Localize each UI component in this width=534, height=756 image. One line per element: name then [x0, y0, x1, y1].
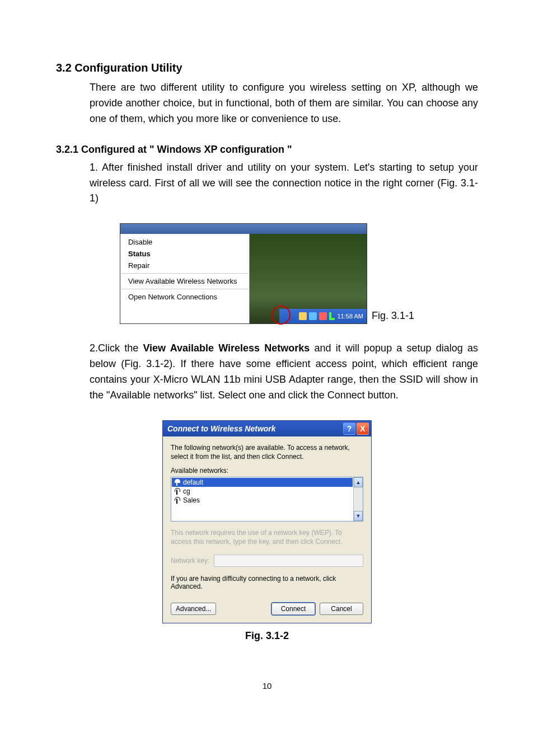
- scroll-up-icon[interactable]: ▲: [354, 477, 363, 487]
- p3-part-a: 2.Click the: [90, 342, 143, 354]
- network-item-cg[interactable]: cg: [172, 487, 353, 496]
- menu-item-view-networks[interactable]: View Available Wireless Networks: [120, 275, 249, 287]
- taskbar-tray: 11:58 AM: [279, 309, 367, 323]
- listbox-inner: default cg Sales: [171, 477, 353, 521]
- desktop-wallpaper: 11:58 AM: [250, 234, 367, 323]
- tray-icon[interactable]: [319, 312, 327, 320]
- menu-separator: [121, 289, 248, 289]
- cancel-button[interactable]: Cancel: [320, 603, 363, 615]
- tray-signal-icon[interactable]: [329, 312, 335, 320]
- section-heading: 3.2 Configuration Utility: [56, 62, 478, 74]
- tray-context-menu: Disable Status Repair View Available Wir…: [120, 234, 250, 323]
- scroll-down-icon[interactable]: ▼: [354, 511, 363, 521]
- antenna-icon: [174, 497, 180, 504]
- figure-3-1-1: Disable Status Repair View Available Wir…: [120, 223, 367, 324]
- menu-separator: [121, 273, 248, 274]
- tray-icon[interactable]: [309, 312, 317, 320]
- network-item-label: default: [183, 478, 203, 486]
- figure-3-1-1-row: Disable Status Repair View Available Wir…: [56, 223, 478, 324]
- figure-body: Disable Status Repair View Available Wir…: [120, 234, 367, 323]
- figure-3-1-2-caption: Fig. 3.1-2: [56, 630, 478, 642]
- network-item-label: Sales: [183, 496, 200, 504]
- network-key-input: [214, 555, 363, 567]
- dialog-close-button[interactable]: X: [357, 422, 369, 435]
- available-networks-listbox[interactable]: default cg Sales ▲ ▼: [171, 477, 363, 522]
- antenna-icon: [174, 479, 180, 486]
- page-number: 10: [56, 681, 478, 691]
- p3-bold: View Available Wireless Networks: [143, 342, 310, 354]
- dialog-titlebar: Connect to Wireless Network ? X: [163, 421, 371, 436]
- dialog-button-row: Advanced... Connect Cancel: [171, 603, 363, 615]
- available-networks-label: Available networks:: [171, 467, 363, 475]
- dialog-body: The following network(s) are available. …: [163, 436, 371, 623]
- connect-wireless-dialog: Connect to Wireless Network ? X The foll…: [162, 420, 372, 623]
- network-key-row: Network key:: [171, 555, 363, 567]
- antenna-icon: [174, 488, 180, 495]
- menu-item-repair[interactable]: Repair: [120, 260, 249, 271]
- menu-item-status[interactable]: Status: [120, 248, 249, 260]
- tray-icon[interactable]: [299, 312, 307, 320]
- paragraph-1: There are two different utility to confi…: [90, 80, 478, 127]
- network-key-label: Network key:: [171, 556, 209, 565]
- dialog-instruction: The following network(s) are available. …: [171, 443, 363, 461]
- taskbar-clock: 11:58 AM: [337, 313, 363, 320]
- menu-item-disable[interactable]: Disable: [120, 236, 249, 248]
- advanced-button[interactable]: Advanced...: [171, 603, 216, 615]
- listbox-scrollbar[interactable]: ▲ ▼: [353, 477, 363, 521]
- highlight-circle-icon: [271, 306, 291, 325]
- connect-button[interactable]: Connect: [271, 603, 315, 615]
- paragraph-2: 1. After finished install driver and uti…: [90, 160, 478, 207]
- dialog-help-button[interactable]: ?: [343, 422, 355, 435]
- paragraph-3: 2.Click the View Available Wireless Netw…: [90, 341, 478, 403]
- network-item-default[interactable]: default: [172, 478, 353, 487]
- network-item-label: cg: [183, 487, 190, 495]
- figure-3-1-1-caption: Fig. 3.1-1: [372, 310, 414, 322]
- window-titlebar-strip: [120, 224, 367, 234]
- network-item-sales[interactable]: Sales: [172, 496, 353, 505]
- dialog-title: Connect to Wireless Network: [167, 424, 276, 433]
- document-page: 3.2 Configuration Utility There are two …: [0, 0, 534, 724]
- difficulty-note: If you are having difficulty connecting …: [171, 575, 363, 590]
- menu-item-open-connections[interactable]: Open Network Connections: [120, 291, 249, 303]
- wep-note: This network requires the use of a netwo…: [171, 528, 363, 546]
- subsection-heading: 3.2.1 Configured at " Windows XP configu…: [56, 144, 478, 156]
- figure-3-1-2-wrap: Connect to Wireless Network ? X The foll…: [56, 420, 478, 623]
